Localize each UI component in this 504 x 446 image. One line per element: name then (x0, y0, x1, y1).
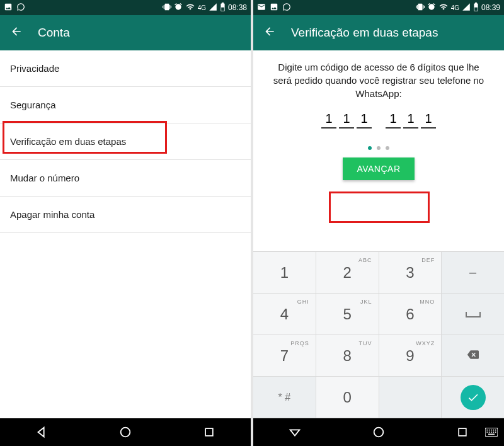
svg-rect-5 (487, 430, 488, 431)
nav-back-icon[interactable] (34, 425, 49, 440)
key-dash[interactable]: – (442, 252, 504, 294)
svg-rect-9 (495, 430, 496, 431)
pin-digit: 1 (321, 112, 336, 129)
avancar-button[interactable]: AVANÇAR (343, 157, 414, 180)
nav-down-icon[interactable] (287, 425, 302, 440)
wifi-icon (185, 3, 195, 13)
key-8[interactable]: TUV8 (316, 335, 379, 377)
progress-dots (253, 146, 504, 150)
back-arrow-icon[interactable] (10, 25, 23, 40)
nav-bar (253, 418, 504, 446)
alarm-icon (174, 3, 183, 13)
dot-active (368, 146, 372, 150)
key-enter[interactable] (442, 377, 504, 418)
nav-home-icon[interactable] (118, 425, 133, 440)
key-empty (379, 377, 442, 418)
key-6[interactable]: MNO6 (379, 294, 442, 335)
clock-label: 08:38 (228, 3, 247, 12)
key-1[interactable]: 1 (253, 252, 316, 294)
key-9[interactable]: WXYZ9 (379, 335, 442, 377)
key-2[interactable]: ABC2 (316, 252, 379, 294)
key-0[interactable]: 0 (316, 377, 379, 418)
list-item-verificacao[interactable]: Verificação em duas etapas (0, 123, 251, 160)
svg-point-0 (121, 428, 130, 437)
backspace-icon (465, 349, 481, 363)
pin-digit: 1 (386, 112, 401, 129)
instruction-text: Digite um código de acesso de 6 dígitos … (253, 50, 504, 105)
battery-icon (473, 3, 479, 13)
whatsapp-icon (16, 3, 25, 13)
svg-rect-6 (489, 430, 490, 431)
nav-bar (0, 418, 251, 446)
nav-recent-icon[interactable] (455, 425, 470, 440)
check-fab (461, 385, 486, 410)
key-4[interactable]: GHI4 (253, 294, 316, 335)
phone-right: 4G 08:39 Verificação em duas etapas Digi… (253, 0, 504, 446)
key-backspace[interactable] (442, 335, 504, 377)
list-item-seguranca[interactable]: Segurança (0, 87, 251, 123)
list-item-mudar-numero[interactable]: Mudar o número (0, 160, 251, 197)
svg-rect-7 (491, 430, 492, 431)
svg-point-2 (374, 428, 384, 437)
key-star-hash[interactable]: * # (253, 377, 316, 418)
svg-rect-15 (488, 434, 495, 435)
svg-rect-3 (459, 428, 466, 436)
page-title: Verificação em duas etapas (291, 26, 438, 40)
svg-rect-14 (495, 432, 496, 433)
pin-digit: 1 (339, 112, 354, 129)
pin-digit: 1 (357, 112, 372, 129)
dot (386, 146, 389, 150)
pin-input[interactable]: 1 1 1 1 1 1 (253, 112, 504, 129)
svg-rect-8 (493, 430, 495, 431)
app-bar: Verificação em duas etapas (253, 15, 504, 50)
settings-list: Privacidade Segurança Verificação em dua… (0, 50, 251, 418)
svg-rect-11 (489, 432, 490, 433)
key-7[interactable]: PRQS7 (253, 335, 316, 377)
battery-icon (220, 3, 226, 13)
nav-keyboard-icon[interactable] (484, 425, 499, 440)
app-bar: Conta (0, 15, 251, 50)
svg-rect-13 (493, 432, 495, 433)
key-3[interactable]: DEF3 (379, 252, 442, 294)
numeric-keyboard: 1 ABC2 DEF3 – GHI4 JKL5 MNO6 PRQS7 TUV8 … (253, 251, 504, 418)
list-item-privacidade[interactable]: Privacidade (0, 50, 251, 87)
picture-icon (270, 3, 278, 13)
pin-digit: 1 (421, 112, 436, 129)
list-item-apagar-conta[interactable]: Apagar minha conta (0, 197, 251, 233)
svg-rect-12 (491, 432, 492, 433)
page-title: Conta (38, 26, 70, 40)
signal-icon (209, 3, 217, 13)
dot (377, 146, 381, 150)
network-label: 4G (451, 4, 459, 11)
picture-icon (4, 3, 13, 13)
svg-rect-10 (487, 432, 488, 433)
gmail-icon (257, 3, 266, 13)
back-arrow-icon[interactable] (263, 25, 276, 40)
wifi-icon (438, 3, 449, 13)
status-bar: 4G 08:39 (253, 0, 504, 15)
key-space[interactable] (442, 294, 504, 335)
signal-icon (462, 3, 471, 13)
whatsapp-icon (282, 3, 291, 13)
alarm-icon (427, 3, 436, 13)
key-5[interactable]: JKL5 (316, 294, 379, 335)
vibrate-icon (416, 3, 425, 13)
svg-rect-1 (205, 428, 213, 436)
nav-recent-icon[interactable] (202, 425, 217, 440)
vibrate-icon (163, 3, 171, 13)
nav-home-icon[interactable] (371, 425, 386, 440)
pin-digit: 1 (403, 112, 418, 129)
network-label: 4G (198, 4, 206, 11)
phone-left: 4G 08:38 Conta Privacidade Segurança Ver… (0, 0, 251, 446)
status-bar: 4G 08:38 (0, 0, 251, 15)
clock-label: 08:39 (481, 3, 500, 12)
